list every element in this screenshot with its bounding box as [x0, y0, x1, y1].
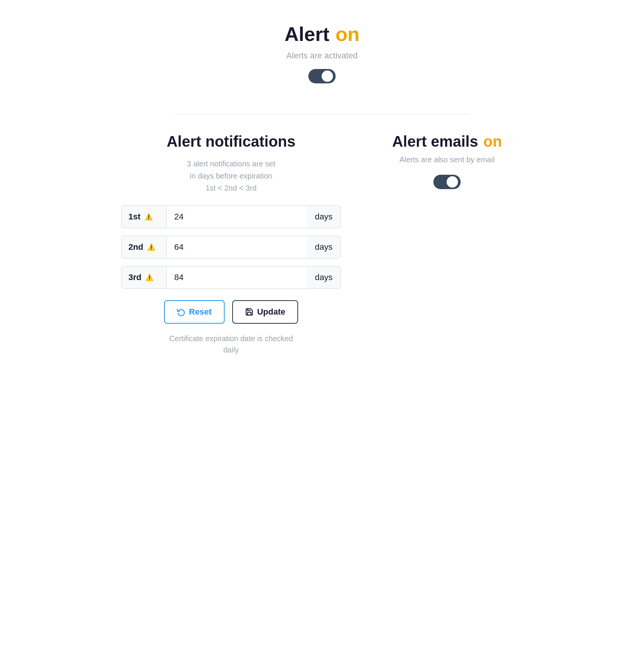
footer-note: Certificate expiration date is checked d… — [169, 333, 293, 356]
reset-label: Reset — [189, 307, 212, 317]
emails-title-text: Alert emails — [392, 133, 478, 150]
emails-subtitle: Alerts are also sent by email — [399, 155, 494, 164]
notifications-desc-line1: 3 alert notifications are set — [187, 158, 275, 170]
row-2-label-text: 2nd — [128, 242, 143, 252]
reset-icon — [177, 308, 185, 316]
row-3-input[interactable] — [167, 266, 307, 289]
update-label: Update — [257, 307, 286, 317]
alert-toggle[interactable] — [308, 69, 336, 83]
row-3-label-text: 3rd — [128, 273, 141, 282]
emails-title-on: on — [483, 133, 502, 150]
notifications-section: Alert notifications 3 alert notification… — [121, 133, 341, 356]
alert-toggle-container — [308, 69, 336, 83]
alert-header: Alert on Alerts are activated — [284, 23, 360, 95]
alert-title-text: Alert — [284, 23, 329, 45]
emails-section: Alert emails on Alerts are also sent by … — [371, 133, 523, 189]
main-content: Alert notifications 3 alert notification… — [110, 133, 534, 356]
emails-title: Alert emails on — [392, 133, 502, 150]
reset-button[interactable]: Reset — [164, 300, 225, 324]
row-3-label: 3rd ⚠️ — [121, 266, 167, 289]
row-2-suffix: days — [307, 236, 341, 258]
row-2-label: 2nd ⚠️ — [121, 236, 167, 258]
notification-row-3: 3rd ⚠️ days — [121, 266, 341, 289]
notifications-title: Alert notifications — [167, 133, 295, 150]
footer-note-line1: Certificate expiration date is checked — [169, 333, 293, 344]
row-3-suffix: days — [307, 266, 341, 289]
emails-toggle[interactable] — [433, 175, 461, 189]
notifications-desc-line3: 1st < 2nd < 3rd — [187, 182, 275, 194]
row-1-label: 1st ⚠️ — [121, 205, 167, 228]
notification-row-2: 2nd ⚠️ days — [121, 236, 341, 258]
row-1-input[interactable] — [167, 205, 307, 228]
alert-subtitle: Alerts are activated — [286, 51, 358, 61]
notification-row-1: 1st ⚠️ days — [121, 205, 341, 228]
update-button[interactable]: Update — [232, 300, 299, 324]
row-2-input[interactable] — [167, 236, 307, 258]
row-2-warn-icon: ⚠️ — [147, 243, 155, 251]
notifications-desc-line2: in days before expiration — [187, 170, 275, 182]
notification-rows: 1st ⚠️ days 2nd ⚠️ days — [121, 205, 341, 289]
notifications-desc: 3 alert notifications are set in days be… — [187, 158, 275, 194]
row-1-warn-icon: ⚠️ — [144, 213, 153, 221]
section-divider — [174, 114, 470, 114]
alert-title: Alert on — [284, 23, 360, 45]
save-icon — [245, 308, 253, 316]
row-3-warn-icon: ⚠️ — [145, 273, 153, 282]
alert-title-on: on — [335, 23, 360, 45]
button-row: Reset Update — [164, 300, 298, 324]
row-1-suffix: days — [307, 205, 341, 228]
footer-note-line2: daily — [169, 344, 293, 356]
row-1-label-text: 1st — [128, 212, 141, 222]
